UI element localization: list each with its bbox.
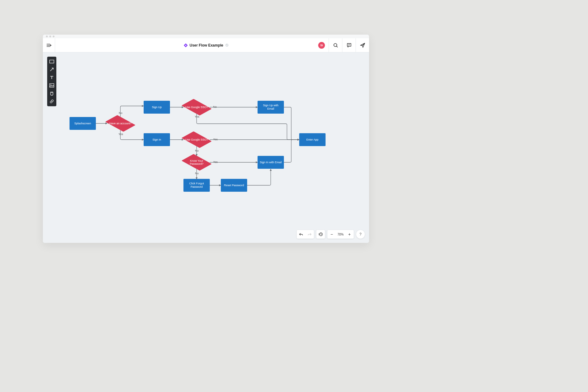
- node-reset-pw[interactable]: Reset Password: [221, 179, 247, 192]
- document-title: User Flow Example: [190, 43, 223, 47]
- zoom-out-button[interactable]: −: [327, 230, 336, 239]
- search-button[interactable]: [329, 38, 342, 52]
- image-icon: [49, 83, 54, 88]
- node-signin-email[interactable]: Sign In with Email: [258, 156, 284, 169]
- tool-image[interactable]: [47, 82, 56, 89]
- edge-label-no: No: [195, 149, 199, 152]
- traffic-light-close[interactable]: [46, 36, 48, 37]
- zoom-in-button[interactable]: +: [345, 230, 354, 239]
- redo-icon: [307, 232, 312, 236]
- diagram-canvas[interactable]: Splashscreen Have an account? Sign Up Si…: [43, 52, 369, 243]
- zoom-group: − 70% +: [327, 230, 354, 239]
- sync-status-icon: [225, 43, 228, 47]
- header-right: SI: [318, 38, 369, 52]
- tool-palette: [47, 57, 56, 106]
- zoom-controls: − 70% + ?: [297, 230, 365, 239]
- node-sign-in[interactable]: Sign In: [144, 133, 170, 146]
- help-button[interactable]: ?: [356, 230, 365, 239]
- node-splashscreen[interactable]: Splashscreen: [70, 117, 96, 130]
- svg-point-16: [51, 85, 51, 85]
- edge-label-no: No: [213, 105, 217, 108]
- svg-rect-11: [50, 60, 54, 63]
- comments-button[interactable]: [342, 38, 356, 52]
- node-sso-up[interactable]: Use Google SSO?: [184, 99, 209, 116]
- traffic-light-zoom[interactable]: [53, 36, 55, 37]
- edge-label-no: No: [119, 111, 123, 115]
- document-title-area[interactable]: User Flow Example: [183, 43, 228, 47]
- node-sso-in[interactable]: Use Google SSO?: [184, 131, 209, 148]
- comment-icon: [347, 43, 352, 48]
- edge-label-yes: Yes: [213, 160, 218, 164]
- zoom-value[interactable]: 70%: [336, 233, 345, 236]
- tool-text[interactable]: [47, 74, 56, 81]
- app-window: User Flow Example SI: [43, 35, 369, 243]
- undo-button[interactable]: [297, 230, 305, 239]
- traffic-light-minimize[interactable]: [49, 36, 51, 37]
- window-titlebar: [43, 35, 369, 38]
- app-logo-icon: [183, 43, 188, 47]
- link-icon: [50, 99, 54, 104]
- edge-label-no: No: [195, 172, 199, 175]
- rectangle-icon: [49, 60, 54, 63]
- edge-label-yes: Yes: [195, 115, 199, 118]
- node-signup-email[interactable]: Sign Up with Email: [258, 101, 284, 114]
- text-icon: [50, 75, 54, 80]
- edge-label-yes: Yes: [213, 138, 218, 141]
- tool-rectangle[interactable]: [47, 58, 56, 65]
- redo-button[interactable]: [305, 230, 314, 239]
- tool-sticky-note[interactable]: [47, 90, 56, 97]
- tool-arrow[interactable]: [47, 66, 56, 73]
- svg-line-7: [337, 46, 337, 47]
- send-icon: [360, 43, 365, 48]
- search-icon: [333, 43, 338, 48]
- history-button[interactable]: [316, 230, 325, 239]
- pin-icon: [50, 91, 54, 96]
- undo-icon: [299, 232, 303, 236]
- svg-point-4: [185, 45, 186, 46]
- user-avatar[interactable]: SI: [318, 42, 325, 49]
- node-sign-up[interactable]: Sign Up: [144, 101, 170, 114]
- svg-point-5: [225, 44, 228, 47]
- menu-toggle-button[interactable]: [43, 38, 55, 52]
- undo-redo-group: [297, 230, 314, 239]
- app-header: User Flow Example SI: [43, 38, 369, 52]
- arrow-icon: [50, 67, 54, 72]
- history-icon: [318, 232, 323, 236]
- menu-icon: [47, 43, 51, 47]
- svg-line-12: [50, 68, 53, 71]
- tool-link[interactable]: [47, 98, 56, 105]
- share-button[interactable]: [356, 38, 369, 52]
- history-group: [316, 230, 325, 239]
- node-know-pw[interactable]: Know Your Password?: [184, 154, 209, 171]
- node-enter-app[interactable]: Enter App: [299, 133, 326, 146]
- node-have-account[interactable]: Have an account?: [107, 115, 133, 132]
- edge-label-yes: Yes: [119, 133, 123, 136]
- node-click-forgot[interactable]: Click Forgot Password: [183, 179, 210, 192]
